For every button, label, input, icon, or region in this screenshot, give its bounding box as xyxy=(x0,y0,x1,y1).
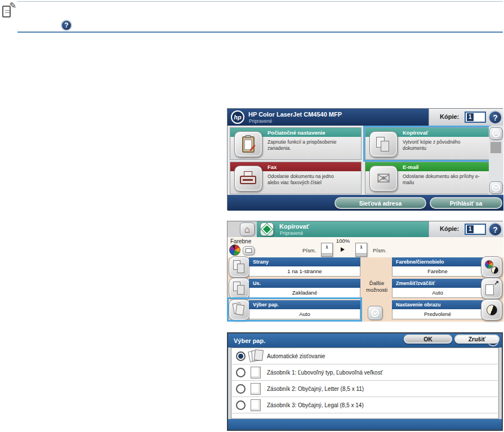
option-color-bw[interactable]: Farebne/čiernobielo Farebne xyxy=(392,257,483,277)
page-size-label-left: Písm. xyxy=(302,247,316,253)
tile-description: Zapnutie funkcií a prispôsobenie zariade… xyxy=(267,139,336,152)
network-address-button[interactable]: Sieťová adresa xyxy=(334,197,426,209)
radio-icon[interactable] xyxy=(236,368,246,377)
orientation-icon xyxy=(243,246,255,255)
zoom-percent-label: 100% xyxy=(331,238,355,244)
paper-stack-icon xyxy=(249,350,264,363)
copies-value: 1 xyxy=(467,113,474,121)
initial-setup-icon xyxy=(234,131,262,157)
reduce-enlarge-icon: ↗ xyxy=(481,278,502,299)
pencil-icon: ✎ xyxy=(9,1,16,11)
tile-description: Vytvoriť kópie z pôvodného dokumentu xyxy=(403,139,461,152)
home-screen-panel: hp HP Color LaserJet CM4540 MFP Priprave… xyxy=(227,108,503,210)
radio-icon[interactable] xyxy=(236,384,246,394)
option-paper-selection[interactable]: Výber pap. Auto xyxy=(249,300,360,319)
ok-button[interactable]: OK xyxy=(404,335,452,344)
tile-fax[interactable]: Fax Odoslanie dokumentu na jedno alebo v… xyxy=(230,162,362,194)
cancel-button[interactable]: Zrušiť xyxy=(454,335,499,344)
tile-description: Odoslanie dokumentu ako prílohy e- mailu xyxy=(403,173,480,186)
paper-option-auto-detect[interactable]: Automatické zisťovanie xyxy=(232,348,498,364)
scroll-down-button[interactable] xyxy=(489,181,502,194)
page-icon xyxy=(251,383,261,395)
dialog-footer-bar xyxy=(228,419,502,430)
more-options-button[interactable] xyxy=(368,306,382,320)
output-page-thumbnail: 1 xyxy=(355,243,367,257)
copies-input[interactable]: 1 xyxy=(465,224,486,235)
copy-screen-panel: ⌂ Kopírovať Pripravené Kópie: 1 ? Farebn… xyxy=(227,221,503,321)
tile-email[interactable]: E-mail Odoslanie dokumentu ako prílohy e… xyxy=(365,162,489,194)
page-title: Kopírovať xyxy=(279,223,309,230)
scroll-up-button[interactable] xyxy=(489,127,502,140)
hp-logo-icon: hp xyxy=(231,110,244,124)
paper-option-tray1[interactable]: Zásobník 1: Ľubovoľný typ, Ľubovoľná veľ… xyxy=(232,364,498,381)
option-collate[interactable]: Us. Zakladané xyxy=(249,279,360,298)
start-copy-button[interactable] xyxy=(260,222,274,236)
collate-icon xyxy=(229,278,250,299)
option-image-adjustment[interactable]: Nastavenie obrazu Predvolené xyxy=(392,300,483,319)
section-divider xyxy=(17,32,503,33)
color-mode-label: Farebne xyxy=(230,238,251,244)
radio-selected-icon[interactable] xyxy=(236,351,246,361)
scrollbar-thumb[interactable] xyxy=(490,142,501,153)
tile-copy[interactable]: Kopírovať Vytvoriť kópie z pôvodného dok… xyxy=(365,127,489,160)
copies-value: 1 xyxy=(467,225,474,233)
paper-selection-dialog: Výber pap. ? Automatické zisťovanie Záso… xyxy=(227,332,503,431)
inline-help-icon: ? xyxy=(61,20,72,31)
page-title: HP Color LaserJet CM4540 MFP xyxy=(248,111,342,118)
manual-page: ✎ ? hp HP Color LaserJet CM4540 MFP Prip… xyxy=(0,0,504,432)
copies-label: Kópie: xyxy=(440,113,459,120)
paper-stack-icon xyxy=(229,299,250,320)
home-icon: ⌂ xyxy=(244,225,250,234)
note-icon: ✎ xyxy=(2,4,15,19)
home-button[interactable]: ⌂ xyxy=(240,222,255,236)
scale-arrow-icon: ↗ xyxy=(494,279,499,287)
copies-label: Kópie: xyxy=(440,225,459,232)
help-button[interactable]: ? xyxy=(488,110,502,124)
page-size-label-right: Písm. xyxy=(373,247,386,253)
original-page-thumbnail: 1 xyxy=(321,243,333,257)
color-bw-icon xyxy=(481,256,502,278)
sides-icon xyxy=(229,256,250,278)
tile-initial-setup[interactable]: Počiatočné nastavenie Zapnutie funkcií a… xyxy=(230,127,362,160)
color-wheel-icon xyxy=(229,244,240,256)
chevron-down-icon xyxy=(371,309,379,317)
status-text: Pripravené xyxy=(280,230,303,236)
email-icon: ✉ xyxy=(369,166,398,191)
option-reduce-enlarge[interactable]: Zmenšiť/zväčšiť Auto xyxy=(392,279,483,298)
paper-option-tray2[interactable]: Zásobník 2: Obyčajný, Letter (8,5 x 11) xyxy=(232,381,498,397)
image-adjust-icon xyxy=(481,299,502,320)
top-divider xyxy=(17,1,503,2)
dialog-option-list: Automatické zisťovanie Zásobník 1: Ľubov… xyxy=(231,348,499,419)
copies-input[interactable]: 1 xyxy=(465,112,486,123)
sign-in-button[interactable]: Prihlásiť sa xyxy=(430,197,502,209)
tile-description: Odoslanie dokumentu na jedno alebo viac … xyxy=(267,173,334,186)
fax-icon xyxy=(234,166,262,191)
more-options-label: Ďalšie možnosti xyxy=(360,280,393,293)
status-text: Pripravené xyxy=(249,118,272,124)
home-titlebar: hp HP Color LaserJet CM4540 MFP Priprave… xyxy=(228,109,429,126)
start-icon xyxy=(261,224,273,235)
radio-icon[interactable] xyxy=(236,400,246,410)
chevron-down-icon xyxy=(492,184,500,191)
chevron-up-icon xyxy=(492,130,500,137)
option-sides[interactable]: Strany 1 na 1-stranne xyxy=(249,257,360,277)
page-icon xyxy=(251,399,261,411)
paper-option-tray3[interactable]: Zásobník 3: Obyčajný, Legal (8,5 x 14) xyxy=(232,397,498,413)
page-icon xyxy=(251,367,261,378)
play-arrow-icon xyxy=(341,247,345,252)
help-button[interactable]: ? xyxy=(488,222,502,237)
copy-pages-icon xyxy=(369,131,398,157)
